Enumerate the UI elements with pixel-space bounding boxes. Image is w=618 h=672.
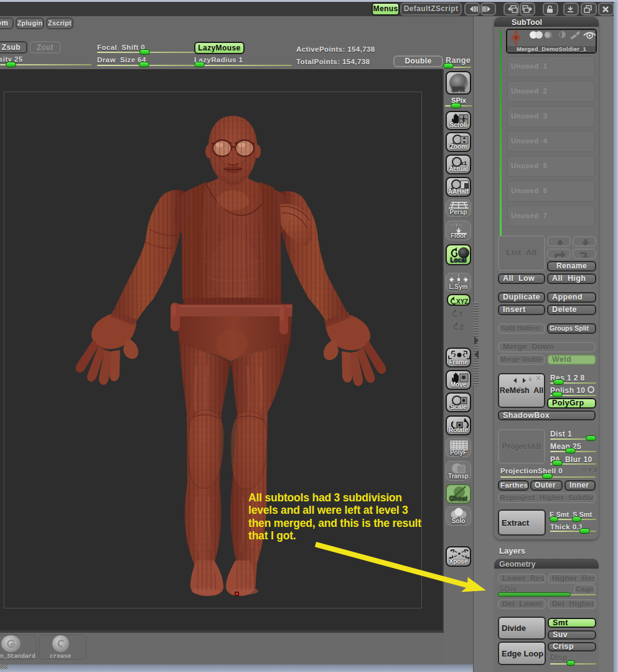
svg-text:XYZ: XYZ [456, 298, 468, 305]
svg-text:Z: Z [460, 324, 464, 331]
svg-text:∷ Y ∷: ∷ Y ∷ [451, 223, 462, 227]
svg-text:Y: Y [459, 311, 463, 318]
